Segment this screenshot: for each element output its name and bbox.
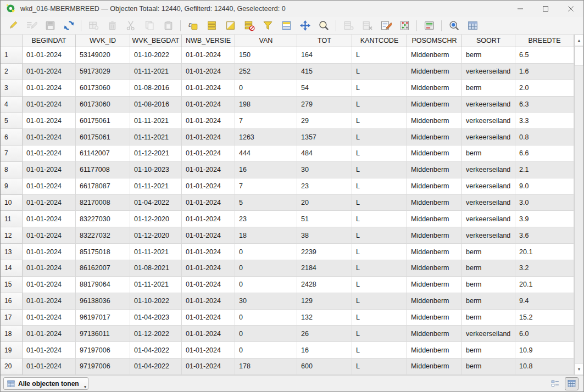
cell-breedte[interactable]: 15.2 [515,310,574,326]
cell-posomschr[interactable]: Middenberm [407,113,462,129]
cell-posomschr[interactable]: Middenberm [407,47,462,64]
cell-wvk_begdat[interactable]: 01-10-2022 [130,47,182,64]
cell-breedte[interactable]: 6.6 [515,145,574,162]
cell-nwb_versie[interactable]: 01-01-2024 [182,326,235,342]
cell-nwb_versie[interactable]: 01-01-2024 [182,293,235,310]
cell-posomschr[interactable]: Middenberm [407,195,462,211]
cell-breedte[interactable]: 3.3 [515,113,574,129]
cell-wvk_begdat[interactable]: 01-11-2021 [130,244,182,260]
row-number[interactable]: 1 [1,47,23,64]
cell-kantcode[interactable]: L [352,227,407,244]
row-number[interactable]: 19 [1,342,23,359]
cell-begindat[interactable]: 01-01-2024 [23,293,76,310]
header-begindat[interactable]: BEGINDAT [23,35,76,47]
cell-breedte[interactable]: 1.6 [515,64,574,80]
cell-begindat[interactable]: 01-01-2024 [23,326,76,342]
cell-tot[interactable]: 2428 [297,277,352,293]
cell-tot[interactable]: 164 [297,47,352,64]
cell-soort[interactable]: verkeerseiland [462,64,515,80]
cell-wvk_begdat[interactable]: 01-11-2021 [130,178,182,195]
cell-posomschr[interactable]: Middenberm [407,64,462,80]
cell-wvk_begdat[interactable]: 01-11-2021 [130,129,182,145]
cell-wvk_begdat[interactable]: 01-12-2021 [130,145,182,162]
cell-van[interactable]: 178 [235,359,297,375]
cell-wvk_id[interactable]: 82170008 [76,195,130,211]
cell-van[interactable]: 150 [235,47,297,64]
cell-posomschr[interactable]: Middenberm [407,293,462,310]
pan-to-selection-button[interactable] [297,18,313,33]
cell-van[interactable]: 0 [235,80,297,97]
cell-wvk_begdat[interactable]: 01-10-2022 [130,293,182,310]
close-button[interactable] [558,1,583,17]
cell-begindat[interactable]: 01-01-2024 [23,211,76,227]
cell-soort[interactable]: verkeerseiland [462,162,515,178]
cell-kantcode[interactable]: L [352,97,407,113]
cell-tot[interactable]: 29 [297,113,352,129]
cell-breedte[interactable]: 10.9 [515,342,574,359]
cell-wvk_id[interactable]: 66178087 [76,178,130,195]
cell-posomschr[interactable]: Middenberm [407,227,462,244]
row-number[interactable]: 20 [1,359,23,375]
cell-begindat[interactable]: 01-01-2024 [23,195,76,211]
cell-begindat[interactable]: 01-01-2024 [23,145,76,162]
scroll-track[interactable] [575,66,583,363]
deselect-all-button[interactable] [241,18,257,33]
cell-wvk_id[interactable]: 97197006 [76,342,130,359]
cell-wvk_begdat[interactable]: 01-08-2016 [130,97,182,113]
cell-tot[interactable]: 2239 [297,244,352,260]
cell-wvk_id[interactable]: 83227032 [76,227,130,244]
cell-tot[interactable]: 279 [297,97,352,113]
cell-begindat[interactable]: 01-01-2024 [23,277,76,293]
field-calculator-button[interactable] [378,18,394,33]
cell-tot[interactable]: 51 [297,211,352,227]
header-wvk_begdat[interactable]: WVK_BEGDAT [130,35,182,47]
cell-breedte[interactable]: 20.1 [515,277,574,293]
cell-tot[interactable]: 54 [297,80,352,97]
cell-soort[interactable]: verkeerseiland [462,113,515,129]
cell-van[interactable]: 23 [235,211,297,227]
cell-kantcode[interactable]: L [352,244,407,260]
cell-begindat[interactable]: 01-01-2024 [23,244,76,260]
cell-soort[interactable]: berm [462,260,515,277]
cell-wvk_id[interactable]: 53149020 [76,47,130,64]
cell-tot[interactable]: 20 [297,195,352,211]
header-tot[interactable]: TOT [297,35,352,47]
cell-soort[interactable]: berm [462,342,515,359]
zoom-to-selection-button[interactable] [316,18,332,33]
scroll-thumb[interactable] [575,46,583,66]
cell-tot[interactable]: 26 [297,326,352,342]
row-number[interactable]: 2 [1,64,23,80]
cell-van[interactable]: 0 [235,277,297,293]
cell-breedte[interactable]: 6.0 [515,326,574,342]
cell-begindat[interactable]: 01-01-2024 [23,80,76,97]
cell-breedte[interactable]: 2.1 [515,162,574,178]
cell-tot[interactable]: 484 [297,145,352,162]
cell-kantcode[interactable]: L [352,162,407,178]
header-kantcode[interactable]: KANTCODE [352,35,407,47]
cell-kantcode[interactable]: L [352,129,407,145]
cell-kantcode[interactable]: L [352,260,407,277]
cell-wvk_id[interactable]: 96138036 [76,293,130,310]
reload-button[interactable] [61,18,77,33]
cell-van[interactable]: 444 [235,145,297,162]
organize-columns-button[interactable] [465,18,481,33]
cell-tot[interactable]: 23 [297,178,352,195]
cell-van[interactable]: 16 [235,162,297,178]
cell-posomschr[interactable]: Middenberm [407,359,462,375]
cell-begindat[interactable]: 01-01-2024 [23,260,76,277]
cell-posomschr[interactable]: Middenberm [407,80,462,97]
scroll-down-button[interactable]: ▼ [575,363,583,375]
cell-van[interactable]: 0 [235,342,297,359]
cell-kantcode[interactable]: L [352,342,407,359]
cell-wvk_id[interactable]: 97136011 [76,326,130,342]
maximize-button[interactable] [533,1,558,17]
cell-tot[interactable]: 600 [297,359,352,375]
cell-soort[interactable]: berm [462,277,515,293]
select-by-expression-button[interactable]: ε [185,18,201,33]
cell-breedte[interactable]: 6.5 [515,47,574,64]
cell-begindat[interactable]: 01-01-2024 [23,47,76,64]
toggle-editing-button[interactable] [5,18,21,33]
row-number[interactable]: 8 [1,162,23,178]
cell-soort[interactable]: verkeerseiland [462,97,515,113]
cell-wvk_begdat[interactable]: 01-08-2016 [130,80,182,97]
